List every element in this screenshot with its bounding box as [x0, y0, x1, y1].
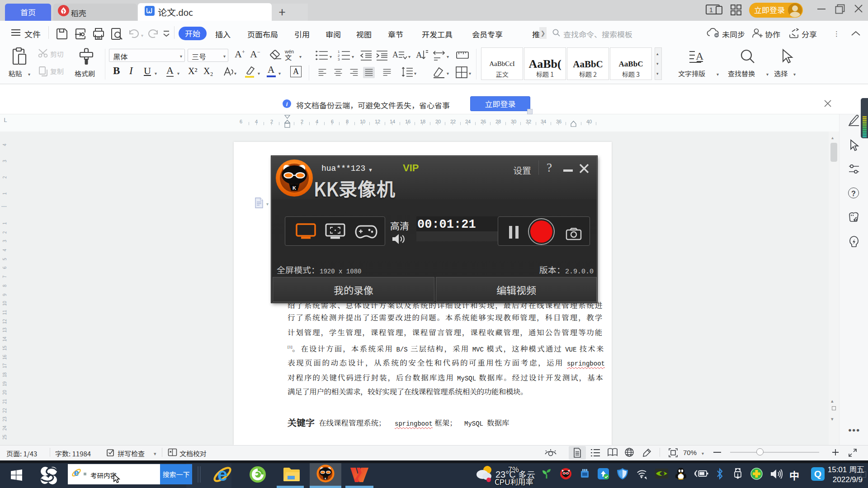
svg-text:1: 1 — [709, 6, 713, 14]
svg-text:A: A — [392, 50, 398, 59]
svg-text:e: e — [74, 468, 79, 478]
svg-text:A: A — [416, 50, 422, 60]
svg-text:K: K — [292, 185, 296, 191]
svg-text:3: 3 — [338, 57, 340, 61]
svg-text:e: e — [217, 465, 227, 484]
svg-text:A: A — [696, 50, 704, 62]
